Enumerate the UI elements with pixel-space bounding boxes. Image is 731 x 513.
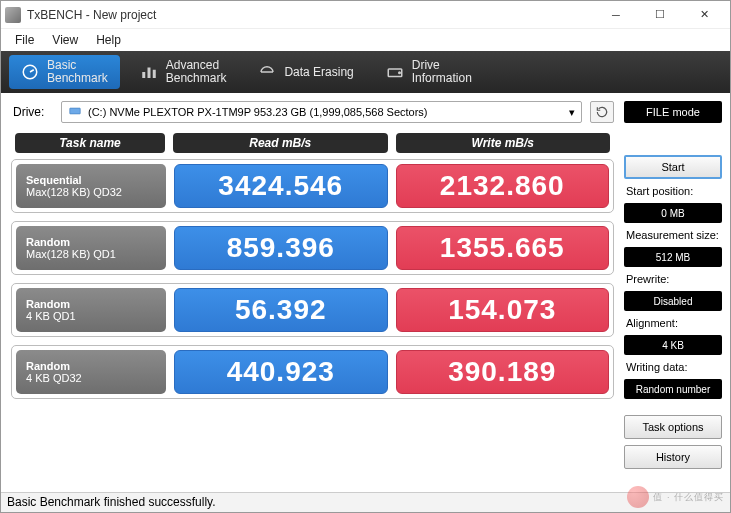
disk-icon xyxy=(68,104,82,120)
menu-file[interactable]: File xyxy=(7,31,42,49)
prewrite-label: Prewrite: xyxy=(624,273,722,285)
write-value: 1355.665 xyxy=(396,226,610,270)
drive-select[interactable]: (C:) NVMe PLEXTOR PX-1TM9P 953.23 GB (1,… xyxy=(61,101,582,123)
result-row: SequentialMax(128 KB) QD323424.5462132.8… xyxy=(11,159,614,213)
writing-data-button[interactable]: Random number xyxy=(624,379,722,399)
drive-label: Drive: xyxy=(11,105,53,119)
watermark: 值 · 什么值得买 xyxy=(627,486,724,508)
close-button[interactable]: ✕ xyxy=(682,2,726,28)
maximize-button[interactable]: ☐ xyxy=(638,2,682,28)
file-mode-button[interactable]: FILE mode xyxy=(624,101,722,123)
history-button[interactable]: History xyxy=(624,445,722,469)
task-name: Random xyxy=(26,298,156,310)
refresh-button[interactable] xyxy=(590,101,614,123)
read-value: 56.392 xyxy=(174,288,388,332)
task-cell: RandomMax(128 KB) QD1 xyxy=(16,226,166,270)
tab-drive-information[interactable]: Drive Information xyxy=(374,55,484,89)
read-value: 440.923 xyxy=(174,350,388,394)
erase-icon xyxy=(258,63,276,81)
window-title: TxBENCH - New project xyxy=(27,8,594,22)
writing-data-label: Writing data: xyxy=(624,361,722,373)
chevron-down-icon: ▾ xyxy=(569,106,575,119)
task-name: Sequential xyxy=(26,174,156,186)
start-position-label: Start position: xyxy=(624,185,722,197)
header-read: Read mB/s xyxy=(173,133,388,153)
task-sub: 4 KB QD1 xyxy=(26,310,156,322)
header-task: Task name xyxy=(15,133,165,153)
tab-advanced-benchmark[interactable]: Advanced Benchmark xyxy=(128,55,239,89)
write-value: 154.073 xyxy=(396,288,610,332)
status-bar: Basic Benchmark finished successfully. xyxy=(1,492,730,512)
measurement-size-button[interactable]: 512 MB xyxy=(624,247,722,267)
task-sub: Max(128 KB) QD1 xyxy=(26,248,156,260)
tab-basic-benchmark[interactable]: Basic Benchmark xyxy=(9,55,120,89)
task-name: Random xyxy=(26,360,156,372)
write-value: 390.189 xyxy=(396,350,610,394)
task-options-button[interactable]: Task options xyxy=(624,415,722,439)
tab-label: Drive Information xyxy=(412,59,472,85)
drive-icon xyxy=(386,63,404,81)
menu-help[interactable]: Help xyxy=(88,31,129,49)
drive-text: (C:) NVMe PLEXTOR PX-1TM9P 953.23 GB (1,… xyxy=(88,106,428,118)
task-cell: SequentialMax(128 KB) QD32 xyxy=(16,164,166,208)
task-name: Random xyxy=(26,236,156,248)
title-bar: TxBENCH - New project ─ ☐ ✕ xyxy=(1,1,730,29)
tab-label: Advanced Benchmark xyxy=(166,59,227,85)
read-value: 859.396 xyxy=(174,226,388,270)
header-write: Write mB/s xyxy=(396,133,611,153)
tab-data-erasing[interactable]: Data Erasing xyxy=(246,55,365,89)
svg-rect-2 xyxy=(147,68,150,79)
tab-label: Basic Benchmark xyxy=(47,59,108,85)
minimize-button[interactable]: ─ xyxy=(594,2,638,28)
prewrite-button[interactable]: Disabled xyxy=(624,291,722,311)
result-row: Random4 KB QD32440.923390.189 xyxy=(11,345,614,399)
start-position-button[interactable]: 0 MB xyxy=(624,203,722,223)
task-cell: Random4 KB QD1 xyxy=(16,288,166,332)
start-button[interactable]: Start xyxy=(624,155,722,179)
task-sub: Max(128 KB) QD32 xyxy=(26,186,156,198)
app-icon xyxy=(5,7,21,23)
results-header: Task name Read mB/s Write mB/s xyxy=(11,133,614,153)
svg-rect-3 xyxy=(152,70,155,78)
measurement-size-label: Measurement size: xyxy=(624,229,722,241)
tabs-bar: Basic Benchmark Advanced Benchmark Data … xyxy=(1,51,730,93)
write-value: 2132.860 xyxy=(396,164,610,208)
menu-view[interactable]: View xyxy=(44,31,86,49)
read-value: 3424.546 xyxy=(174,164,388,208)
svg-point-5 xyxy=(399,72,401,74)
tab-label: Data Erasing xyxy=(284,65,353,79)
watermark-icon xyxy=(627,486,649,508)
barchart-icon xyxy=(140,63,158,81)
task-sub: 4 KB QD32 xyxy=(26,372,156,384)
gauge-icon xyxy=(21,63,39,81)
svg-rect-6 xyxy=(70,108,81,114)
result-row: Random4 KB QD156.392154.073 xyxy=(11,283,614,337)
menu-bar: File View Help xyxy=(1,29,730,51)
task-cell: Random4 KB QD32 xyxy=(16,350,166,394)
svg-rect-1 xyxy=(142,72,145,78)
alignment-button[interactable]: 4 KB xyxy=(624,335,722,355)
alignment-label: Alignment: xyxy=(624,317,722,329)
result-row: RandomMax(128 KB) QD1859.3961355.665 xyxy=(11,221,614,275)
